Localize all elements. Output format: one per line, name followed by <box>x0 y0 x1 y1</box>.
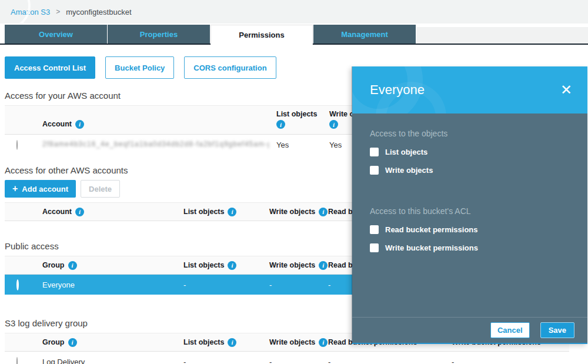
bucket-policy-button[interactable]: Bucket Policy <box>105 56 174 79</box>
cell-write-objects: - <box>269 280 328 289</box>
everyone-permissions-modal: Everyone ✕ Access to the objects List ob… <box>352 66 587 344</box>
breadcrumb-current-bucket: myconfigtestbucket <box>66 8 131 16</box>
acl-group-heading: Access to this bucket's ACL <box>370 206 570 216</box>
cors-configuration-button[interactable]: CORS configuration <box>184 56 276 79</box>
tab-properties[interactable]: Properties <box>108 25 210 44</box>
info-icon[interactable]: i <box>68 261 77 270</box>
modal-body: Access to the objects List objects Write… <box>352 113 587 317</box>
info-icon[interactable]: i <box>319 208 328 216</box>
delete-button: Delete <box>81 180 120 198</box>
cell-write-objects: - <box>269 358 328 364</box>
checkbox-row-list-objects[interactable]: List objects <box>370 148 570 156</box>
info-icon[interactable]: i <box>276 120 285 129</box>
cell-group-name: Everyone <box>42 280 183 289</box>
column-header-account: Account i <box>42 203 183 221</box>
checkbox-row-write-bucket-permissions[interactable]: Write bucket permissions <box>370 243 570 252</box>
info-icon[interactable]: i <box>319 261 328 270</box>
column-header-write-objects: Write objects i <box>269 333 328 351</box>
row-radio[interactable] <box>16 357 18 364</box>
objects-group-heading: Access to the objects <box>370 129 570 138</box>
checkbox-row-write-objects[interactable]: Write objects <box>370 166 570 175</box>
column-header-list-objects: List objects i <box>183 333 269 351</box>
cell-read-bucket: - <box>328 358 452 364</box>
header-spacer <box>5 106 42 134</box>
cancel-button[interactable]: Cancel <box>490 322 530 338</box>
table-row-log-delivery[interactable]: Log Delivery - - - - <box>5 352 569 364</box>
column-header-write-objects: Write objects i <box>269 203 328 221</box>
header-spacer <box>5 256 42 274</box>
checkbox-row-read-bucket-permissions[interactable]: Read bucket permissions <box>370 225 570 234</box>
column-header-group: Group i <box>42 333 183 351</box>
breadcrumb-separator: > <box>56 8 60 16</box>
header-spacer <box>5 203 42 221</box>
row-radio[interactable] <box>16 140 18 150</box>
breadcrumb: Amazon S3 > myconfigtestbucket <box>0 0 588 24</box>
modal-title: Everyone <box>370 82 560 98</box>
list-objects-checkbox[interactable] <box>370 148 379 156</box>
header-spacer <box>5 333 42 351</box>
cell-group-name: Log Delivery <box>42 358 183 364</box>
tab-bar: Overview Properties Permissions Manageme… <box>0 24 588 45</box>
info-icon[interactable]: i <box>75 208 84 216</box>
write-objects-checkbox[interactable] <box>370 166 379 175</box>
info-icon[interactable]: i <box>329 120 338 129</box>
cell-write-bucket: - <box>452 358 569 364</box>
cell-list-objects: - <box>183 280 269 289</box>
info-icon[interactable]: i <box>228 261 236 270</box>
info-icon[interactable]: i <box>68 338 77 347</box>
column-header-account: Account i <box>42 114 276 134</box>
column-header-list-objects: List objects i <box>276 106 329 134</box>
tab-bar-filler <box>416 27 588 44</box>
column-header-write-objects: Write objects i <box>269 256 328 274</box>
plus-icon: + <box>12 183 18 194</box>
column-header-list-objects: List objects i <box>183 256 269 274</box>
write-bucket-permissions-checkbox[interactable] <box>370 243 379 252</box>
redacted-account-id: 2f8ame4b3c16_4e_beqf1a1ba0d34db2d8-fa2bf… <box>42 140 269 148</box>
access-control-list-button[interactable]: Access Control List <box>5 56 95 79</box>
cell-list-objects: - <box>183 358 269 364</box>
tab-management[interactable]: Management <box>313 25 416 44</box>
info-icon[interactable]: i <box>319 338 328 347</box>
tab-overview[interactable]: Overview <box>5 25 107 44</box>
add-account-button[interactable]: + Add account <box>5 180 76 198</box>
info-icon[interactable]: i <box>228 208 236 216</box>
info-icon[interactable]: i <box>75 120 84 129</box>
row-radio-selected[interactable] <box>16 279 19 290</box>
column-header-list-objects: List objects i <box>183 203 269 221</box>
modal-footer: Cancel Save <box>352 317 587 343</box>
read-bucket-permissions-checkbox[interactable] <box>370 225 379 234</box>
modal-header: Everyone ✕ <box>352 66 587 113</box>
background-swirl-decoration <box>0 0 31 24</box>
save-button[interactable]: Save <box>540 322 574 338</box>
close-icon[interactable]: ✕ <box>560 83 572 97</box>
tab-permissions[interactable]: Permissions <box>211 25 313 45</box>
cell-list-objects: Yes <box>276 141 329 149</box>
info-icon[interactable]: i <box>228 338 236 347</box>
column-header-group: Group i <box>42 256 183 274</box>
